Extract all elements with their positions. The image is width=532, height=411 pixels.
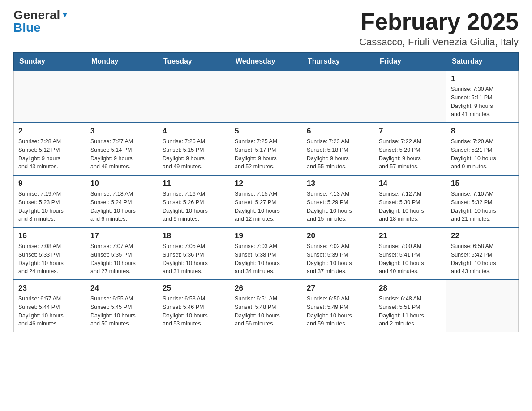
- calendar-week-row: 9Sunrise: 7:19 AM Sunset: 5:23 PM Daylig…: [14, 175, 519, 227]
- table-row: 26Sunrise: 6:51 AM Sunset: 5:48 PM Dayli…: [230, 280, 302, 332]
- month-title: February 2025: [359, 9, 519, 34]
- table-row: 4Sunrise: 7:26 AM Sunset: 5:15 PM Daylig…: [158, 123, 230, 175]
- day-number: 15: [451, 179, 514, 188]
- table-row: 11Sunrise: 7:16 AM Sunset: 5:26 PM Dayli…: [158, 175, 230, 227]
- day-info: Sunrise: 7:05 AM Sunset: 5:36 PM Dayligh…: [163, 242, 225, 276]
- calendar-week-row: 23Sunrise: 6:57 AM Sunset: 5:44 PM Dayli…: [14, 280, 519, 332]
- table-row: 5Sunrise: 7:25 AM Sunset: 5:17 PM Daylig…: [230, 123, 302, 175]
- table-row: 7Sunrise: 7:22 AM Sunset: 5:20 PM Daylig…: [374, 123, 446, 175]
- header-wednesday: Wednesday: [230, 53, 302, 71]
- day-number: 27: [307, 284, 369, 293]
- table-row: 14Sunrise: 7:12 AM Sunset: 5:30 PM Dayli…: [374, 175, 446, 227]
- day-info: Sunrise: 7:25 AM Sunset: 5:17 PM Dayligh…: [235, 137, 297, 171]
- day-info: Sunrise: 6:51 AM Sunset: 5:48 PM Dayligh…: [235, 295, 297, 328]
- table-row: 12Sunrise: 7:15 AM Sunset: 5:27 PM Dayli…: [230, 175, 302, 227]
- header-sunday: Sunday: [14, 53, 86, 71]
- table-row: 23Sunrise: 6:57 AM Sunset: 5:44 PM Dayli…: [14, 280, 86, 332]
- table-row: [446, 280, 519, 332]
- day-number: 22: [451, 231, 514, 240]
- table-row: 2Sunrise: 7:28 AM Sunset: 5:12 PM Daylig…: [14, 123, 86, 175]
- table-row: 22Sunrise: 6:58 AM Sunset: 5:42 PM Dayli…: [446, 227, 519, 280]
- day-number: 2: [18, 127, 81, 136]
- day-number: 10: [90, 179, 153, 188]
- day-info: Sunrise: 7:16 AM Sunset: 5:26 PM Dayligh…: [163, 190, 225, 223]
- day-info: Sunrise: 6:55 AM Sunset: 5:45 PM Dayligh…: [90, 295, 153, 328]
- table-row: 10Sunrise: 7:18 AM Sunset: 5:24 PM Dayli…: [86, 175, 158, 227]
- day-number: 17: [90, 231, 153, 240]
- day-info: Sunrise: 7:15 AM Sunset: 5:27 PM Dayligh…: [235, 190, 297, 223]
- table-row: 18Sunrise: 7:05 AM Sunset: 5:36 PM Dayli…: [158, 227, 230, 280]
- day-info: Sunrise: 7:00 AM Sunset: 5:41 PM Dayligh…: [379, 242, 442, 276]
- table-row: [230, 70, 302, 123]
- table-row: 19Sunrise: 7:03 AM Sunset: 5:38 PM Dayli…: [230, 227, 302, 280]
- day-info: Sunrise: 7:30 AM Sunset: 5:11 PM Dayligh…: [451, 85, 514, 119]
- header-friday: Friday: [374, 53, 446, 71]
- header-monday: Monday: [86, 53, 158, 71]
- day-number: 26: [235, 284, 297, 293]
- day-info: Sunrise: 6:48 AM Sunset: 5:51 PM Dayligh…: [379, 295, 442, 328]
- day-number: 8: [451, 127, 514, 136]
- title-block: February 2025 Cassacco, Friuli Venezia G…: [359, 9, 519, 48]
- day-info: Sunrise: 6:50 AM Sunset: 5:49 PM Dayligh…: [307, 295, 369, 328]
- table-row: 1Sunrise: 7:30 AM Sunset: 5:11 PM Daylig…: [446, 70, 519, 123]
- day-info: Sunrise: 6:58 AM Sunset: 5:42 PM Dayligh…: [451, 242, 514, 276]
- day-number: 19: [235, 231, 297, 240]
- day-number: 21: [379, 231, 442, 240]
- table-row: 6Sunrise: 7:23 AM Sunset: 5:18 PM Daylig…: [302, 123, 374, 175]
- day-number: 7: [379, 127, 442, 136]
- header-saturday: Saturday: [446, 53, 519, 71]
- day-number: 6: [307, 127, 369, 136]
- table-row: [14, 70, 86, 123]
- calendar-week-row: 2Sunrise: 7:28 AM Sunset: 5:12 PM Daylig…: [14, 123, 519, 175]
- location-title: Cassacco, Friuli Venezia Giulia, Italy: [359, 36, 519, 48]
- day-info: Sunrise: 7:28 AM Sunset: 5:12 PM Dayligh…: [18, 137, 81, 171]
- calendar-table: Sunday Monday Tuesday Wednesday Thursday…: [13, 52, 519, 332]
- day-info: Sunrise: 7:03 AM Sunset: 5:38 PM Dayligh…: [235, 242, 297, 276]
- day-info: Sunrise: 6:57 AM Sunset: 5:44 PM Dayligh…: [18, 295, 81, 328]
- day-info: Sunrise: 7:07 AM Sunset: 5:35 PM Dayligh…: [90, 242, 153, 276]
- day-number: 12: [235, 179, 297, 188]
- day-info: Sunrise: 7:26 AM Sunset: 5:15 PM Dayligh…: [163, 137, 225, 171]
- day-number: 1: [451, 74, 514, 83]
- day-number: 23: [18, 284, 81, 293]
- table-row: [374, 70, 446, 123]
- day-info: Sunrise: 7:22 AM Sunset: 5:20 PM Dayligh…: [379, 137, 442, 171]
- table-row: 3Sunrise: 7:27 AM Sunset: 5:14 PM Daylig…: [86, 123, 158, 175]
- table-row: 16Sunrise: 7:08 AM Sunset: 5:33 PM Dayli…: [14, 227, 86, 280]
- day-info: Sunrise: 6:53 AM Sunset: 5:46 PM Dayligh…: [163, 295, 225, 328]
- day-number: 14: [379, 179, 442, 188]
- day-info: Sunrise: 7:08 AM Sunset: 5:33 PM Dayligh…: [18, 242, 81, 276]
- table-row: [302, 70, 374, 123]
- table-row: 8Sunrise: 7:20 AM Sunset: 5:21 PM Daylig…: [446, 123, 519, 175]
- table-row: 24Sunrise: 6:55 AM Sunset: 5:45 PM Dayli…: [86, 280, 158, 332]
- header-tuesday: Tuesday: [158, 53, 230, 71]
- day-info: Sunrise: 7:18 AM Sunset: 5:24 PM Dayligh…: [90, 190, 153, 223]
- day-info: Sunrise: 7:02 AM Sunset: 5:39 PM Dayligh…: [307, 242, 369, 276]
- table-row: 9Sunrise: 7:19 AM Sunset: 5:23 PM Daylig…: [14, 175, 86, 227]
- day-number: 11: [163, 179, 225, 188]
- table-row: 13Sunrise: 7:13 AM Sunset: 5:29 PM Dayli…: [302, 175, 374, 227]
- day-info: Sunrise: 7:12 AM Sunset: 5:30 PM Dayligh…: [379, 190, 442, 223]
- day-info: Sunrise: 7:13 AM Sunset: 5:29 PM Dayligh…: [307, 190, 369, 223]
- day-number: 28: [379, 284, 442, 293]
- day-number: 24: [90, 284, 153, 293]
- day-number: 3: [90, 127, 153, 136]
- day-number: 9: [18, 179, 81, 188]
- logo-blue: Blue: [13, 21, 41, 34]
- day-number: 20: [307, 231, 369, 240]
- table-row: 21Sunrise: 7:00 AM Sunset: 5:41 PM Dayli…: [374, 227, 446, 280]
- day-info: Sunrise: 7:10 AM Sunset: 5:32 PM Dayligh…: [451, 190, 514, 223]
- day-info: Sunrise: 7:27 AM Sunset: 5:14 PM Dayligh…: [90, 137, 153, 171]
- weekday-header-row: Sunday Monday Tuesday Wednesday Thursday…: [14, 53, 519, 71]
- table-row: [86, 70, 158, 123]
- logo: General Blue: [13, 9, 69, 34]
- day-number: 25: [163, 284, 225, 293]
- calendar-week-row: 1Sunrise: 7:30 AM Sunset: 5:11 PM Daylig…: [14, 70, 519, 123]
- day-number: 5: [235, 127, 297, 136]
- day-number: 18: [163, 231, 225, 240]
- day-info: Sunrise: 7:20 AM Sunset: 5:21 PM Dayligh…: [451, 137, 514, 171]
- table-row: 27Sunrise: 6:50 AM Sunset: 5:49 PM Dayli…: [302, 280, 374, 332]
- day-number: 4: [163, 127, 225, 136]
- table-row: [158, 70, 230, 123]
- header-thursday: Thursday: [302, 53, 374, 71]
